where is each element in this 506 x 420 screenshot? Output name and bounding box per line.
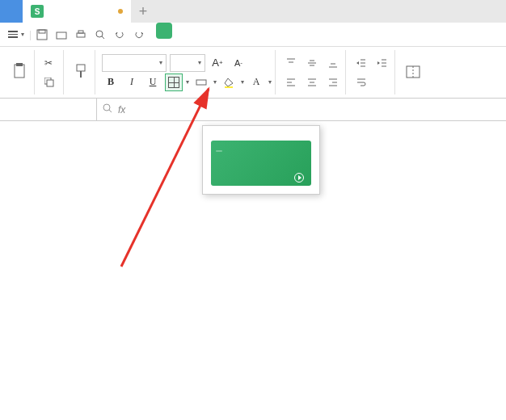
svg-rect-11 bbox=[77, 65, 85, 71]
increase-font-button[interactable]: A+ bbox=[209, 54, 226, 72]
merge-center-button[interactable] bbox=[402, 53, 424, 92]
chevron-down-icon: ▾ bbox=[159, 59, 162, 66]
play-icon bbox=[294, 173, 304, 183]
tab-insert[interactable] bbox=[174, 23, 187, 47]
font-size-select[interactable]: ▾ bbox=[170, 54, 205, 72]
svg-rect-8 bbox=[16, 63, 23, 66]
svg-rect-7 bbox=[15, 65, 24, 78]
tab-home[interactable] bbox=[0, 0, 23, 23]
svg-rect-1 bbox=[39, 30, 45, 33]
name-box[interactable] bbox=[0, 99, 97, 121]
paste-button[interactable] bbox=[8, 53, 31, 92]
decrease-font-button[interactable]: A- bbox=[230, 54, 247, 72]
font-name-select[interactable]: ▾ bbox=[102, 54, 167, 72]
ribbon-tabs bbox=[154, 23, 251, 47]
borders-tooltip bbox=[202, 125, 320, 195]
file-menu[interactable]: ▾ bbox=[5, 31, 27, 38]
svg-rect-2 bbox=[57, 32, 66, 39]
copy-button[interactable] bbox=[41, 74, 60, 91]
svg-line-6 bbox=[102, 36, 104, 39]
chevron-down-icon[interactable]: ▾ bbox=[213, 78, 217, 86]
tab-bar: S + bbox=[0, 0, 506, 23]
preview-icon[interactable] bbox=[91, 26, 109, 44]
fill-color-button[interactable] bbox=[220, 74, 238, 91]
save-icon[interactable] bbox=[33, 26, 51, 44]
modified-indicator bbox=[118, 9, 123, 14]
align-right-button[interactable] bbox=[324, 74, 342, 91]
ribbon: ✂ ▾ ▾ A+ A- B I U bbox=[0, 47, 506, 99]
wrap-text-button[interactable] bbox=[352, 74, 370, 91]
tab-workbook[interactable]: S bbox=[23, 0, 131, 23]
brush-icon bbox=[74, 63, 88, 81]
borders-button[interactable] bbox=[165, 74, 183, 91]
all-borders-icon bbox=[168, 77, 179, 88]
menu-bar: ▾ | bbox=[0, 23, 506, 47]
open-icon[interactable] bbox=[53, 26, 70, 44]
svg-rect-10 bbox=[47, 80, 53, 86]
underline-button[interactable]: U bbox=[144, 74, 162, 91]
svg-line-41 bbox=[109, 110, 112, 112]
align-bottom-button[interactable] bbox=[324, 54, 342, 72]
chevron-down-icon[interactable]: ▾ bbox=[241, 78, 244, 86]
svg-rect-13 bbox=[196, 80, 206, 85]
tab-formula[interactable] bbox=[200, 23, 213, 47]
formula-bar: fx bbox=[0, 99, 506, 121]
tooltip-video-card[interactable] bbox=[211, 141, 311, 186]
svg-rect-3 bbox=[77, 33, 85, 37]
tab-review[interactable] bbox=[226, 23, 238, 47]
cut-button[interactable]: ✂ bbox=[41, 54, 60, 72]
tab-start[interactable] bbox=[156, 23, 172, 39]
decrease-indent-button[interactable] bbox=[352, 54, 370, 72]
paste-icon bbox=[11, 63, 27, 81]
add-tab-button[interactable]: + bbox=[131, 0, 155, 23]
align-left-button[interactable] bbox=[282, 74, 300, 91]
spreadsheet-icon: S bbox=[31, 5, 44, 18]
svg-rect-38 bbox=[407, 66, 420, 78]
merge-center-icon bbox=[405, 63, 421, 81]
search-icon[interactable] bbox=[102, 103, 113, 116]
svg-point-40 bbox=[103, 104, 110, 111]
svg-rect-4 bbox=[78, 31, 83, 33]
print-icon[interactable] bbox=[72, 26, 90, 44]
chevron-down-icon: ▾ bbox=[21, 31, 24, 38]
align-center-button[interactable] bbox=[303, 74, 321, 91]
format-painter-button[interactable] bbox=[70, 53, 91, 92]
undo-icon[interactable] bbox=[111, 26, 129, 44]
bold-button[interactable]: B bbox=[102, 74, 120, 91]
copy-icon bbox=[44, 78, 54, 87]
video-tag bbox=[216, 150, 222, 152]
merge-icon-button[interactable] bbox=[192, 74, 210, 91]
redo-icon[interactable] bbox=[130, 26, 148, 44]
chevron-down-icon[interactable]: ▾ bbox=[268, 78, 272, 86]
align-top-button[interactable] bbox=[282, 54, 300, 72]
hamburger-icon bbox=[8, 31, 18, 38]
italic-button[interactable]: I bbox=[123, 74, 141, 91]
svg-point-5 bbox=[96, 31, 103, 37]
tab-view[interactable] bbox=[238, 23, 251, 47]
align-middle-button[interactable] bbox=[303, 54, 321, 72]
chevron-down-icon: ▾ bbox=[198, 59, 201, 66]
tab-data[interactable] bbox=[213, 23, 226, 47]
fx-icon[interactable]: fx bbox=[118, 104, 125, 116]
increase-indent-button[interactable] bbox=[373, 54, 391, 72]
chevron-down-icon[interactable]: ▾ bbox=[186, 78, 189, 86]
cut-icon: ✂ bbox=[44, 57, 53, 69]
tab-page-layout[interactable] bbox=[187, 23, 200, 47]
svg-rect-14 bbox=[225, 86, 233, 88]
font-color-button[interactable]: A bbox=[247, 74, 265, 91]
